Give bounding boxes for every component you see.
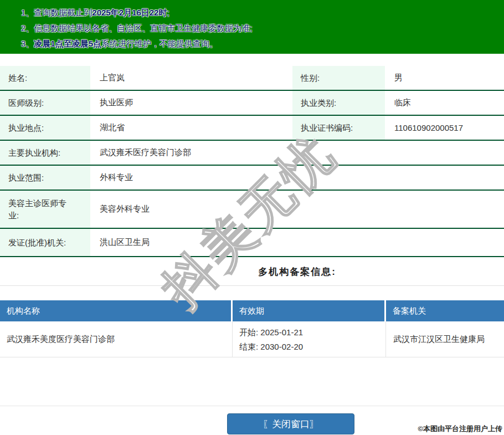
bottom-divider (0, 406, 504, 406)
field-value-certificate-number: 110610902000517 (385, 120, 504, 136)
field-value-practice-scope: 外科专业 (90, 169, 504, 186)
table-row: 武汉雍禾美度医疗美容门诊部 开始: 2025-01-21 结束: 2030-02… (0, 321, 504, 357)
field-label-practice-scope: 执业范围: (0, 166, 90, 190)
column-header-validity: 有效期 (233, 300, 386, 321)
field-label-gender: 性别: (292, 66, 385, 90)
validity-end-label: 结束: (239, 342, 258, 351)
field-label-issuing-authority: 发证(批准)机关: (0, 229, 90, 256)
upload-credit-text: ©本图由平台注册用户上传 (418, 424, 502, 434)
notice-line-3: 3、凌晨1点至凌晨5点系统进行维护，不能提供查询。 (21, 36, 498, 52)
notice-1-bold: 2025年2月16日22时 (92, 8, 167, 17)
notice-1-text: 查询数据截止到 (34, 8, 92, 17)
field-value-practice-category: 临床 (385, 94, 504, 111)
field-value-doctor-level: 执业医师 (90, 94, 292, 111)
field-value-gender: 男 (385, 69, 504, 86)
section-title-multi-institution: 多机构备案信息: (90, 257, 504, 285)
notice-1-after: ; (167, 8, 169, 17)
validity-start: 开始: 2025-01-21 (239, 325, 385, 340)
table-row: 姓名: 上官岚 性别: 男 (0, 66, 504, 91)
validity-end: 结束: 2030-02-20 (239, 340, 385, 354)
table-row: 主要执业机构: 武汉雍禾医疗美容门诊部 (0, 141, 504, 166)
field-value-cosmetic-specialty: 美容外科专业 (90, 201, 504, 218)
table-row: 医师级别: 执业医师 执业类别: 临床 (0, 91, 504, 116)
filing-table-header: 机构名称 有效期 备案机关 (0, 300, 504, 321)
notice-line-2: 2、信息数据结果以各省、自治区、直辖市卫生健康委数据为准; (21, 21, 498, 36)
field-label-certificate-number: 执业证书编码: (292, 116, 385, 140)
field-label-doctor-level: 医师级别: (0, 91, 90, 115)
table-row: 发证(批准)机关: 洪山区卫生局 (0, 229, 504, 257)
notice-banner: 1、查询数据截止到2025年2月16日22时; 2、信息数据结果以各省、自治区、… (0, 0, 504, 54)
field-label-cosmetic-specialty: 美容主诊医师专业: (0, 191, 90, 228)
notice-3-bold: 凌晨1点至凌晨5点 (34, 39, 101, 48)
field-label-practice-location: 执业地点: (0, 116, 90, 140)
filing-org-name: 武汉雍禾美度医疗美容门诊部 (0, 321, 233, 357)
filing-validity: 开始: 2025-01-21 结束: 2030-02-20 (233, 321, 386, 357)
validity-start-label: 开始: (239, 327, 258, 337)
notice-1-prefix: 1、 (21, 8, 34, 17)
close-window-button[interactable]: 〖关闭窗口〗 (227, 413, 354, 434)
validity-start-date: 2025-01-21 (260, 327, 303, 337)
notice-3-after: 系统进行维护，不能提供查询。 (101, 39, 218, 48)
notice-3-prefix: 3、 (21, 39, 34, 48)
notice-2-text: 信息数据结果以各省、自治区、直辖市卫生健康委数据为准; (34, 23, 252, 33)
field-value-main-institution: 武汉雍禾医疗美容门诊部 (90, 144, 504, 161)
field-label-name: 姓名: (0, 66, 90, 90)
filing-table: 机构名称 有效期 备案机关 武汉雍禾美度医疗美容门诊部 开始: 2025-01-… (0, 300, 504, 357)
table-row: 执业范围: 外科专业 (0, 166, 504, 191)
field-value-practice-location: 湖北省 (90, 119, 292, 136)
table-row: 美容主诊医师专业: 美容外科专业 (0, 191, 504, 229)
notice-2-prefix: 2、 (21, 23, 34, 33)
field-label-practice-category: 执业类别: (292, 91, 385, 115)
validity-end-date: 2030-02-20 (260, 342, 303, 351)
column-header-org-name: 机构名称 (0, 300, 233, 321)
filing-authority: 武汉市江汉区卫生健康局 (386, 321, 504, 357)
column-header-filing-authority: 备案机关 (386, 300, 504, 321)
table-row: 执业地点: 湖北省 执业证书编码: 110610902000517 (0, 116, 504, 141)
field-value-name: 上官岚 (90, 69, 292, 86)
doctor-info-table: 姓名: 上官岚 性别: 男 医师级别: 执业医师 执业类别: 临床 执业地点: … (0, 66, 504, 257)
section-divider (0, 285, 504, 286)
field-value-issuing-authority: 洪山区卫生局 (90, 234, 504, 251)
notice-line-1: 1、查询数据截止到2025年2月16日22时; (21, 5, 498, 21)
field-label-main-institution: 主要执业机构: (0, 141, 90, 165)
